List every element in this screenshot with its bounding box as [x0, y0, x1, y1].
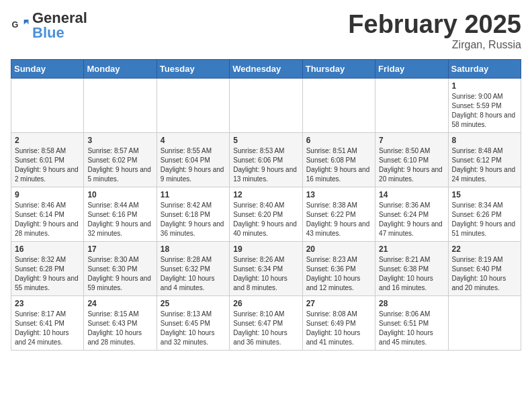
weekday-header: Wednesday — [230, 59, 302, 78]
calendar-week-row: 2Sunrise: 8:58 AM Sunset: 6:01 PM Daylig… — [11, 132, 521, 187]
calendar-cell — [302, 78, 375, 132]
page-header: G GeneralBlue February 2025 Zirgan, Russ… — [11, 11, 521, 51]
calendar-cell: 14Sunrise: 8:36 AM Sunset: 6:24 PM Dayli… — [375, 187, 448, 241]
day-info: Sunrise: 8:57 AM Sunset: 6:02 PM Dayligh… — [87, 146, 152, 184]
day-number: 15 — [452, 190, 517, 199]
calendar-cell: 12Sunrise: 8:40 AM Sunset: 6:20 PM Dayli… — [230, 187, 302, 241]
calendar-cell: 15Sunrise: 8:34 AM Sunset: 6:26 PM Dayli… — [448, 187, 521, 241]
day-info: Sunrise: 8:50 AM Sunset: 6:10 PM Dayligh… — [379, 146, 444, 184]
day-number: 24 — [87, 299, 152, 308]
calendar-cell: 16Sunrise: 8:32 AM Sunset: 6:28 PM Dayli… — [11, 241, 84, 295]
day-info: Sunrise: 8:40 AM Sunset: 6:20 PM Dayligh… — [233, 201, 298, 238]
day-number: 14 — [379, 190, 444, 199]
day-number: 28 — [379, 299, 444, 308]
calendar-cell: 26Sunrise: 8:10 AM Sunset: 6:47 PM Dayli… — [230, 295, 302, 350]
day-number: 8 — [452, 136, 517, 145]
day-number: 3 — [87, 136, 152, 145]
day-number: 27 — [306, 299, 371, 308]
day-info: Sunrise: 8:19 AM Sunset: 6:40 PM Dayligh… — [452, 255, 517, 293]
day-number: 21 — [379, 244, 444, 254]
day-info: Sunrise: 8:53 AM Sunset: 6:06 PM Dayligh… — [233, 146, 298, 184]
calendar-cell — [11, 78, 84, 132]
calendar-cell: 6Sunrise: 8:51 AM Sunset: 6:08 PM Daylig… — [302, 132, 375, 187]
calendar-cell: 2Sunrise: 8:58 AM Sunset: 6:01 PM Daylig… — [11, 132, 84, 187]
day-number: 20 — [306, 244, 371, 254]
weekday-header: Thursday — [302, 59, 375, 78]
calendar-cell: 17Sunrise: 8:30 AM Sunset: 6:30 PM Dayli… — [84, 241, 157, 295]
day-number: 22 — [452, 244, 517, 254]
calendar-cell — [375, 78, 448, 132]
day-number: 5 — [233, 136, 298, 145]
calendar-cell: 4Sunrise: 8:55 AM Sunset: 6:04 PM Daylig… — [157, 132, 229, 187]
logo-icon: G — [11, 16, 30, 35]
day-info: Sunrise: 8:13 AM Sunset: 6:45 PM Dayligh… — [161, 310, 226, 347]
weekday-header: Friday — [375, 59, 448, 78]
day-number: 11 — [161, 190, 226, 199]
calendar-cell: 21Sunrise: 8:21 AM Sunset: 6:38 PM Dayli… — [375, 241, 448, 295]
day-info: Sunrise: 8:28 AM Sunset: 6:32 PM Dayligh… — [161, 255, 226, 293]
calendar-cell: 1Sunrise: 9:00 AM Sunset: 5:59 PM Daylig… — [448, 78, 521, 132]
calendar-cell: 11Sunrise: 8:42 AM Sunset: 6:18 PM Dayli… — [157, 187, 229, 241]
day-info: Sunrise: 8:58 AM Sunset: 6:01 PM Dayligh… — [15, 146, 80, 184]
day-info: Sunrise: 8:10 AM Sunset: 6:47 PM Dayligh… — [233, 310, 298, 347]
calendar-cell: 9Sunrise: 8:46 AM Sunset: 6:14 PM Daylig… — [11, 187, 84, 241]
calendar-cell: 19Sunrise: 8:26 AM Sunset: 6:34 PM Dayli… — [230, 241, 302, 295]
location: Zirgan, Russia — [348, 39, 521, 51]
calendar-week-row: 1Sunrise: 9:00 AM Sunset: 5:59 PM Daylig… — [11, 78, 521, 132]
calendar-cell: 7Sunrise: 8:50 AM Sunset: 6:10 PM Daylig… — [375, 132, 448, 187]
weekday-header: Monday — [84, 59, 157, 78]
day-number: 13 — [306, 190, 371, 199]
calendar-week-row: 23Sunrise: 8:17 AM Sunset: 6:41 PM Dayli… — [11, 295, 521, 350]
day-number: 2 — [15, 136, 80, 145]
day-info: Sunrise: 8:21 AM Sunset: 6:38 PM Dayligh… — [379, 255, 444, 293]
day-info: Sunrise: 8:51 AM Sunset: 6:08 PM Dayligh… — [306, 146, 371, 184]
day-info: Sunrise: 8:06 AM Sunset: 6:51 PM Dayligh… — [379, 310, 444, 347]
calendar-cell: 18Sunrise: 8:28 AM Sunset: 6:32 PM Dayli… — [157, 241, 229, 295]
day-info: Sunrise: 8:23 AM Sunset: 6:36 PM Dayligh… — [306, 255, 371, 293]
svg-text:G: G — [11, 20, 18, 30]
calendar-cell: 20Sunrise: 8:23 AM Sunset: 6:36 PM Dayli… — [302, 241, 375, 295]
calendar-cell: 22Sunrise: 8:19 AM Sunset: 6:40 PM Dayli… — [448, 241, 521, 295]
day-number: 4 — [161, 136, 226, 145]
day-number: 1 — [452, 81, 517, 91]
day-info: Sunrise: 8:26 AM Sunset: 6:34 PM Dayligh… — [233, 255, 298, 293]
day-info: Sunrise: 8:17 AM Sunset: 6:41 PM Dayligh… — [15, 310, 80, 347]
calendar-cell — [448, 295, 521, 350]
calendar-week-row: 9Sunrise: 8:46 AM Sunset: 6:14 PM Daylig… — [11, 187, 521, 241]
day-number: 7 — [379, 136, 444, 145]
day-number: 25 — [161, 299, 226, 308]
calendar-cell: 8Sunrise: 8:48 AM Sunset: 6:12 PM Daylig… — [448, 132, 521, 187]
day-info: Sunrise: 8:55 AM Sunset: 6:04 PM Dayligh… — [161, 146, 226, 184]
day-info: Sunrise: 8:44 AM Sunset: 6:16 PM Dayligh… — [87, 201, 152, 238]
calendar-cell: 5Sunrise: 8:53 AM Sunset: 6:06 PM Daylig… — [230, 132, 302, 187]
calendar-cell: 25Sunrise: 8:13 AM Sunset: 6:45 PM Dayli… — [157, 295, 229, 350]
day-number: 9 — [15, 190, 80, 199]
calendar-cell: 3Sunrise: 8:57 AM Sunset: 6:02 PM Daylig… — [84, 132, 157, 187]
calendar-cell: 24Sunrise: 8:15 AM Sunset: 6:43 PM Dayli… — [84, 295, 157, 350]
day-info: Sunrise: 8:46 AM Sunset: 6:14 PM Dayligh… — [15, 201, 80, 238]
day-number: 26 — [233, 299, 298, 308]
weekday-header: Saturday — [448, 59, 521, 78]
day-number: 17 — [87, 244, 152, 254]
day-number: 23 — [15, 299, 80, 308]
weekday-header: Sunday — [11, 59, 84, 78]
logo: G GeneralBlue — [11, 11, 87, 40]
calendar-table: SundayMondayTuesdayWednesdayThursdayFrid… — [11, 59, 521, 351]
day-info: Sunrise: 8:36 AM Sunset: 6:24 PM Dayligh… — [379, 201, 444, 238]
day-number: 16 — [15, 244, 80, 254]
day-number: 12 — [233, 190, 298, 199]
calendar-cell: 13Sunrise: 8:38 AM Sunset: 6:22 PM Dayli… — [302, 187, 375, 241]
day-info: Sunrise: 8:15 AM Sunset: 6:43 PM Dayligh… — [87, 310, 152, 347]
day-info: Sunrise: 8:42 AM Sunset: 6:18 PM Dayligh… — [161, 201, 226, 238]
day-info: Sunrise: 8:38 AM Sunset: 6:22 PM Dayligh… — [306, 201, 371, 238]
day-number: 18 — [161, 244, 226, 254]
logo-blue-text: Blue — [32, 24, 64, 41]
calendar-cell — [84, 78, 157, 132]
weekday-header: Tuesday — [157, 59, 229, 78]
calendar-cell: 10Sunrise: 8:44 AM Sunset: 6:16 PM Dayli… — [84, 187, 157, 241]
month-title: February 2025 — [348, 11, 521, 39]
day-info: Sunrise: 8:30 AM Sunset: 6:30 PM Dayligh… — [87, 255, 152, 293]
day-number: 6 — [306, 136, 371, 145]
calendar-cell: 23Sunrise: 8:17 AM Sunset: 6:41 PM Dayli… — [11, 295, 84, 350]
day-info: Sunrise: 8:08 AM Sunset: 6:49 PM Dayligh… — [306, 310, 371, 347]
